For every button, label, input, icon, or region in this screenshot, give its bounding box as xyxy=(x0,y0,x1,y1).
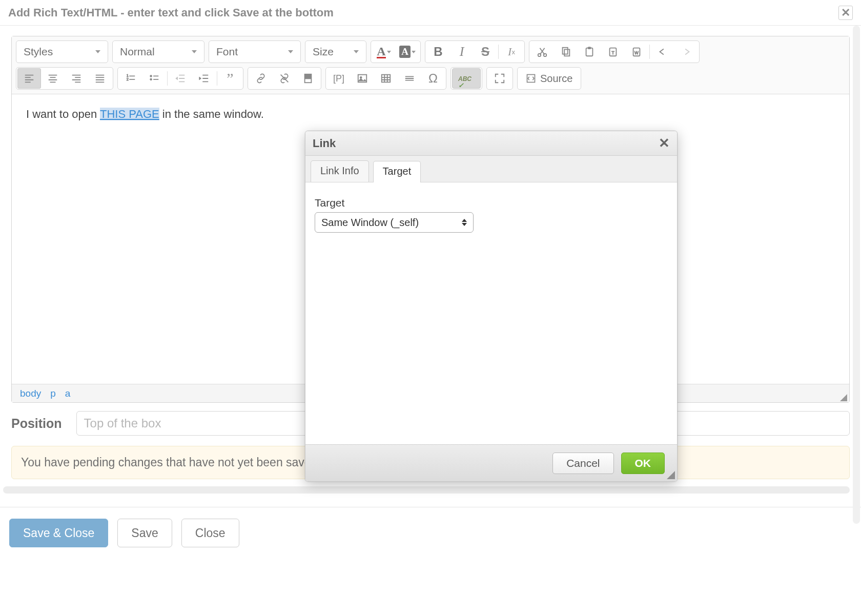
pagebreak-button[interactable]: [P] xyxy=(327,68,351,89)
image-button[interactable] xyxy=(351,68,374,89)
numbered-list-button[interactable]: 12 xyxy=(119,68,142,89)
svg-point-0 xyxy=(538,54,541,57)
text-color-button[interactable]: A xyxy=(372,42,396,62)
content-link[interactable]: THIS PAGE xyxy=(100,108,159,120)
save-label: Save xyxy=(131,526,158,540)
combo-size-group: Size xyxy=(305,40,366,63)
vertical-scrollbar[interactable] xyxy=(853,26,860,524)
redo-button[interactable] xyxy=(674,42,698,62)
save-close-label: Save & Close xyxy=(23,526,94,540)
link-button[interactable] xyxy=(249,68,273,89)
unlink-button[interactable] xyxy=(273,68,296,89)
align-left-button[interactable] xyxy=(17,68,41,89)
combo-format[interactable]: Normal xyxy=(114,42,203,61)
caret-icon xyxy=(95,50,100,53)
paste-text-button[interactable]: T xyxy=(601,42,625,62)
strike-button[interactable]: S xyxy=(474,42,497,62)
undo-button[interactable] xyxy=(651,42,674,62)
svg-point-12 xyxy=(150,75,152,77)
svg-text:T: T xyxy=(611,50,614,55)
horizontal-rule-button[interactable] xyxy=(398,68,421,89)
group-color: A A xyxy=(371,40,421,63)
footer: Save & Close Save Close xyxy=(0,507,861,559)
toolbar-separator xyxy=(167,71,168,86)
svg-rect-14 xyxy=(305,74,312,79)
tab-link-info[interactable]: Link Info xyxy=(311,160,369,182)
special-char-button[interactable]: Ω xyxy=(421,68,445,89)
outdent-button[interactable] xyxy=(169,68,192,89)
svg-rect-3 xyxy=(564,49,569,56)
indent-button[interactable] xyxy=(192,68,216,89)
bulleted-list-button[interactable] xyxy=(142,68,166,89)
maximize-button[interactable] xyxy=(488,68,511,89)
combo-styles[interactable]: Styles xyxy=(17,42,107,61)
svg-point-1 xyxy=(544,54,547,57)
close-label: Close xyxy=(195,526,225,540)
bg-color-button[interactable]: A xyxy=(396,42,419,62)
spellcheck-button[interactable]: ABC ✓ xyxy=(452,68,481,89)
caret-icon xyxy=(354,50,359,53)
italic-button[interactable]: I xyxy=(450,42,474,62)
anchor-button[interactable] xyxy=(296,68,320,89)
dialog-title: Link xyxy=(313,137,336,150)
path-p[interactable]: p xyxy=(50,388,56,399)
dialog-ok-button[interactable]: OK xyxy=(621,453,665,474)
remove-format-button[interactable]: Ix xyxy=(500,42,523,62)
dialog-tabs: Link Info Target xyxy=(305,156,677,182)
window-close-button[interactable]: ✕ xyxy=(838,6,853,20)
dialog-close-button[interactable]: ✕ xyxy=(659,135,670,151)
target-select[interactable]: Same Window (_self) xyxy=(315,212,474,233)
group-insert: [P] Ω xyxy=(325,67,446,90)
tab-link-info-label: Link Info xyxy=(320,165,359,176)
blockquote-button[interactable]: ” xyxy=(218,68,242,89)
window-title: Add Rich Text/HTML - enter text and clic… xyxy=(8,6,334,19)
toolbar-separator xyxy=(498,45,499,59)
tab-target[interactable]: Target xyxy=(373,161,421,182)
dialog-resize-handle[interactable] xyxy=(667,471,675,479)
link-dialog: Link ✕ Link Info Target Target Same Wind… xyxy=(305,131,678,482)
source-button[interactable]: Source xyxy=(519,68,580,89)
paste-word-button[interactable]: W xyxy=(625,42,648,62)
group-links xyxy=(248,67,321,90)
cut-button[interactable] xyxy=(530,42,554,62)
paste-button[interactable] xyxy=(578,42,601,62)
path-body[interactable]: body xyxy=(20,388,41,399)
dialog-ok-label: OK xyxy=(635,457,651,469)
dialog-titlebar[interactable]: Link ✕ xyxy=(305,131,677,156)
target-value: Same Window (_self) xyxy=(321,217,419,229)
bold-button[interactable]: B xyxy=(426,42,450,62)
align-center-button[interactable] xyxy=(41,68,65,89)
dialog-cancel-button[interactable]: Cancel xyxy=(552,453,613,474)
group-spell: ABC ✓ xyxy=(450,67,482,90)
combo-format-group: Normal xyxy=(112,40,204,63)
align-right-button[interactable] xyxy=(65,68,88,89)
svg-rect-5 xyxy=(588,47,591,49)
svg-rect-18 xyxy=(382,75,391,83)
group-list: 12 ” xyxy=(117,67,243,90)
tab-target-label: Target xyxy=(383,166,412,177)
horizontal-scrollbar[interactable] xyxy=(3,486,850,494)
group-clipboard: T W xyxy=(529,40,700,63)
editor-resize-handle[interactable] xyxy=(840,394,847,401)
group-align xyxy=(16,67,113,90)
path-a[interactable]: a xyxy=(65,388,71,399)
svg-rect-4 xyxy=(586,48,593,56)
save-button[interactable]: Save xyxy=(117,519,172,547)
combo-format-label: Normal xyxy=(120,46,155,58)
svg-text:2: 2 xyxy=(127,77,129,81)
combo-styles-group: Styles xyxy=(16,40,108,63)
copy-button[interactable] xyxy=(554,42,578,62)
combo-font[interactable]: Font xyxy=(210,42,299,61)
combo-size[interactable]: Size xyxy=(306,42,365,61)
dialog-body: Target Same Window (_self) xyxy=(305,182,677,444)
group-basic-styles: B I S Ix xyxy=(425,40,525,63)
svg-rect-2 xyxy=(563,48,568,54)
align-justify-button[interactable] xyxy=(88,68,112,89)
svg-text:W: W xyxy=(634,51,639,55)
combo-styles-label: Styles xyxy=(24,46,53,58)
close-button[interactable]: Close xyxy=(181,519,239,547)
content-post: in the same window. xyxy=(159,108,264,120)
svg-point-13 xyxy=(150,78,152,80)
save-close-button[interactable]: Save & Close xyxy=(9,519,108,547)
table-button[interactable] xyxy=(374,68,398,89)
